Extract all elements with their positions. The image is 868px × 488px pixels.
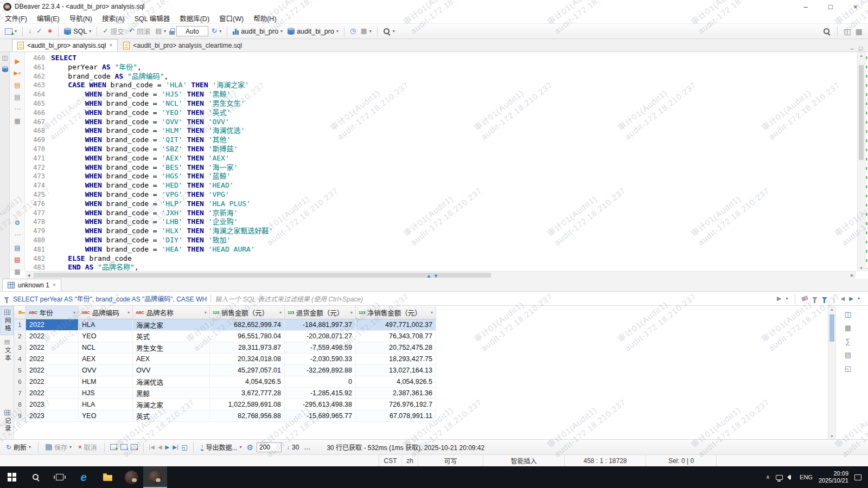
scrollbar-thumb[interactable] — [829, 314, 834, 342]
grid-settings-icon[interactable]: ⚙ — [246, 444, 253, 451]
code-line[interactable]: CASE WHEN brand_code = 'HLA' THEN '海澜之家' — [51, 81, 856, 90]
close-tab-icon[interactable]: × — [53, 282, 56, 288]
menu-item-8[interactable]: 帮助(H) — [248, 13, 281, 23]
code-line[interactable]: WHEN brand_code = 'HLX' THEN '海澜之家甄选好鞋' — [51, 227, 856, 236]
delete-row-icon[interactable] — [131, 444, 138, 450]
network-icon[interactable] — [776, 475, 783, 480]
export-data-button[interactable]: ↑导出数据...▾ — [199, 441, 244, 453]
chevron-down-icon[interactable]: ▾ — [786, 297, 788, 301]
grid-cell[interactable]: 黑鲸 — [133, 388, 210, 399]
scrollbar-thumb[interactable] — [34, 273, 491, 278]
grid-cell[interactable]: AEX — [79, 354, 133, 364]
minimize-button[interactable]: – — [793, 0, 818, 13]
script-doc-icon[interactable]: ▤ — [12, 92, 22, 102]
dbeaver-taskbar-button-1[interactable] — [119, 466, 143, 488]
close-button[interactable]: × — [843, 0, 868, 13]
cursor-position[interactable]: 458 : 1 : 18728 — [564, 455, 646, 466]
add-row-icon[interactable] — [110, 444, 117, 450]
grid-cell[interactable]: 2022 — [26, 319, 79, 330]
grid-cell[interactable]: 海澜之家 — [133, 399, 210, 410]
grid-cell[interactable]: 1,022,589,691.08 — [210, 399, 285, 410]
first-page-icon[interactable]: |◀ — [149, 445, 155, 450]
grid-cell[interactable]: 英式 — [133, 410, 210, 421]
grid-cell[interactable]: 英式 — [133, 331, 210, 342]
edit-value-icon[interactable]: ▦ — [843, 322, 853, 333]
record-mode-toggle[interactable]: 记录 — [1, 407, 14, 435]
code-line[interactable]: WHEN brand_code = 'BES' THEN '海一家' — [51, 163, 856, 172]
open-perspective-icon[interactable]: ◫ — [844, 28, 851, 35]
grid-cell[interactable]: -2,030,590.33 — [285, 354, 356, 364]
menu-item-2[interactable]: 编辑(E) — [32, 13, 65, 23]
scroll-up-icon[interactable]: ▲ — [858, 52, 865, 59]
grid-cell[interactable]: 海澜优选 — [133, 376, 210, 387]
row-number[interactable]: 5 — [14, 365, 26, 376]
clear-filter-icon[interactable] — [801, 296, 808, 301]
grid-cell[interactable]: 28,311,973.87 — [210, 342, 285, 353]
tab-analysis-sql[interactable]: <audit_bi_pro> analysis.sql × — [12, 39, 118, 52]
column-header-1[interactable]: ABC年份▾ — [26, 306, 79, 319]
layout-button[interactable]: ▦▾ — [359, 27, 373, 36]
grid-cell[interactable]: -295,613,498.38 — [285, 399, 356, 410]
save-button[interactable]: 保存▾ — [44, 441, 73, 453]
grid-cell[interactable]: 18,293,427.75 — [356, 354, 436, 364]
grid-cell[interactable]: -184,881,997.37 — [285, 319, 356, 330]
grid-cell[interactable]: AEX — [133, 354, 210, 364]
start-button[interactable] — [0, 466, 24, 488]
column-header-6[interactable]: 123净销售金额（元）▾ — [356, 306, 436, 319]
connection-selector[interactable]: audit_bi_pro▾ — [231, 27, 284, 36]
schema-selector[interactable]: audit_bi_pro▾ — [286, 27, 340, 36]
search-dropdown-button[interactable]: ▾ — [381, 27, 397, 36]
grid-cell[interactable]: 45,297,057.01 — [210, 365, 285, 376]
tab-analysis-cleartime-sql[interactable]: <audit_bi_pro> analysis_cleartime.sql — [118, 39, 247, 52]
previous-page-icon[interactable]: ◀ — [158, 445, 162, 450]
grid-cell[interactable]: 726,976,192.7 — [356, 399, 436, 410]
gear-icon[interactable]: ⚙ — [12, 218, 22, 228]
grid-cell[interactable]: HLA — [79, 399, 133, 410]
row-number[interactable]: 7 — [14, 388, 26, 399]
maximize-button[interactable]: □ — [818, 0, 843, 13]
row-number[interactable]: 4 — [14, 354, 26, 364]
custom-filter-icon[interactable] — [4, 297, 9, 300]
disconnect-button[interactable]: ∗ — [46, 27, 54, 36]
code-line[interactable]: WHEN brand_code = 'DIY' THEN '致加' — [51, 236, 856, 245]
grid-cell[interactable]: 2022 — [26, 376, 79, 387]
grid-cell[interactable]: -32,269,892.88 — [285, 365, 356, 376]
grid-cell[interactable]: NCL — [79, 342, 133, 353]
column-header-4[interactable]: 123销售金额（元）▾ — [210, 306, 285, 319]
grid-cell[interactable]: OVV — [79, 365, 133, 376]
filter-icon[interactable] — [822, 297, 827, 300]
transaction-log-button[interactable]: ▤▾ — [154, 27, 168, 36]
connect-button[interactable]: ✓ — [35, 27, 43, 36]
code-line[interactable]: WHEN brand_code = 'QIT' THEN '其他' — [51, 136, 856, 145]
more-button[interactable]: … — [304, 444, 310, 451]
scrollbar-thumb[interactable] — [859, 65, 864, 160]
code-line[interactable]: END AS "品牌名称", — [51, 263, 856, 271]
grid-cell[interactable]: -7,559,498.59 — [285, 342, 356, 353]
perspective-grid-icon[interactable]: ▦ — [856, 28, 863, 35]
more-actions-icon[interactable]: ⋯ — [12, 104, 22, 114]
notification-center-icon[interactable] — [854, 474, 861, 480]
grid-cell[interactable]: 4,054,926.5 — [210, 376, 285, 387]
code-line[interactable]: WHEN brand_code = 'LHB' THEN '企业购' — [51, 217, 856, 227]
grid-cell[interactable]: 海澜之家 — [133, 319, 210, 330]
code-line[interactable]: WHEN brand_code = 'HEA' THEN 'HEAD AURA' — [51, 245, 856, 254]
grid-cell[interactable]: HLM — [79, 376, 133, 387]
new-connection-button[interactable]: ▾ — [3, 27, 18, 36]
metadata-panel-icon[interactable]: ▤ — [843, 349, 853, 360]
grid-cell[interactable]: 2022 — [26, 365, 79, 376]
scroll-down-icon[interactable]: ▼ — [828, 433, 835, 439]
chevron-down-icon[interactable]: ▾ — [239, 445, 241, 450]
fetch-rows-button[interactable]: ↓30 — [285, 442, 301, 452]
code-lines[interactable]: SELECT perYear AS "年份", brand_code AS "品… — [51, 52, 856, 271]
column-menu-icon[interactable]: ▾ — [205, 310, 207, 315]
sash-down-icon[interactable]: ▼ — [433, 274, 438, 279]
aggregate-panel-icon[interactable]: ∑ — [843, 336, 853, 346]
apply-filter-icon[interactable]: ▶ — [777, 296, 781, 301]
scroll-left-icon[interactable]: ◀ — [25, 272, 33, 279]
scroll-down-icon[interactable]: ▼ — [858, 265, 865, 271]
menu-item-4[interactable]: 搜索(A) — [97, 13, 130, 23]
row-number[interactable]: 9 — [14, 410, 26, 421]
time-settings-button[interactable]: ◷ — [348, 27, 358, 36]
grid-cell[interactable]: 13,027,164.13 — [356, 365, 436, 376]
code-line[interactable]: SELECT — [51, 54, 856, 63]
